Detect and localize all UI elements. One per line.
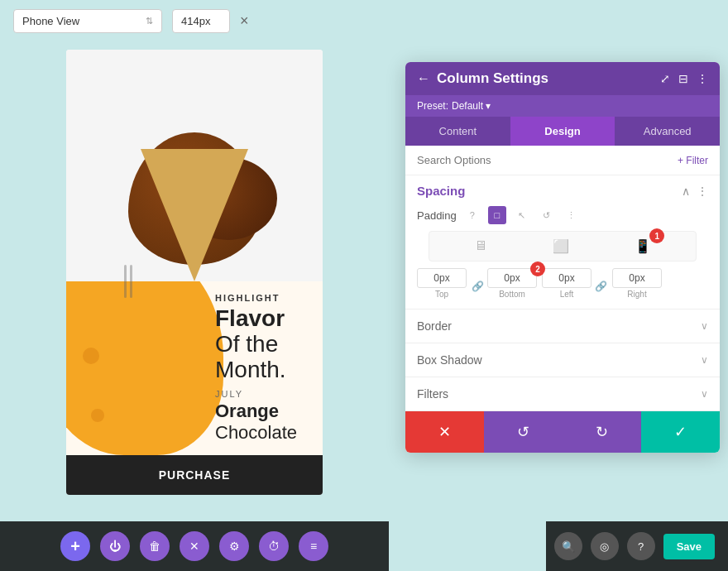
border-section[interactable]: Border ∨ bbox=[405, 309, 720, 343]
right-icons: 🔍 ◎ ? Save bbox=[546, 521, 728, 571]
add-button[interactable]: + bbox=[60, 531, 90, 561]
month-label: JULY bbox=[215, 389, 311, 399]
back-button[interactable]: ← bbox=[417, 71, 430, 86]
expand-icon[interactable]: ⤢ bbox=[660, 72, 670, 85]
layers-icon-btn[interactable]: ◎ bbox=[591, 532, 619, 560]
search-input[interactable] bbox=[417, 154, 671, 166]
close-button[interactable]: ✕ bbox=[180, 531, 209, 561]
device-row: 🖥 ⬜ 📱 1 bbox=[429, 231, 697, 262]
columns-icon[interactable]: ⊟ bbox=[678, 72, 688, 85]
padding-more-button[interactable]: ⋮ bbox=[563, 206, 581, 224]
panel-tabs: Content Design Advanced bbox=[405, 117, 720, 146]
flavor-heading: Flavor Of the Month. bbox=[215, 306, 311, 382]
bottom-input-group: Bottom 2 bbox=[487, 268, 537, 299]
more-options-button[interactable]: ⋮ bbox=[697, 185, 708, 198]
link-icon-2: 🔗 bbox=[595, 281, 607, 292]
undo-button[interactable]: ↺ bbox=[484, 411, 563, 453]
preset-value: Default bbox=[452, 100, 483, 112]
filters-title: Filters bbox=[417, 387, 701, 401]
preset-bar: Preset: Default ▾ bbox=[405, 95, 720, 117]
phone-view-select[interactable]: Phone View ⇅ bbox=[13, 9, 162, 33]
padding-row: Padding ? □ ↖ ↺ ⋮ bbox=[405, 203, 720, 231]
cancel-button[interactable]: ✕ bbox=[405, 411, 484, 453]
link-icon-1: 🔗 bbox=[472, 281, 484, 292]
preview-area: HIGHLIGHT Flavor Of the Month. JULY Oran… bbox=[0, 41, 389, 521]
power-button[interactable]: ⏻ bbox=[100, 531, 130, 561]
preset-label: Preset: bbox=[417, 100, 448, 112]
tab-content[interactable]: Content bbox=[405, 117, 510, 146]
close-top-button[interactable]: × bbox=[240, 12, 249, 30]
border-chevron-icon: ∨ bbox=[701, 320, 708, 332]
badge-2: 2 bbox=[530, 262, 545, 276]
cone-shape bbox=[141, 149, 248, 281]
padding-label: Padding bbox=[417, 209, 457, 222]
settings-panel: ← Column Settings ⤢ ⊟ ⋮ Preset: Default … bbox=[405, 62, 720, 453]
top-input[interactable] bbox=[417, 268, 467, 288]
redo-button[interactable]: ↻ bbox=[563, 411, 641, 453]
trash-button[interactable]: 🗑 bbox=[140, 531, 170, 561]
px-input[interactable] bbox=[172, 9, 230, 33]
phone-preview: HIGHLIGHT Flavor Of the Month. JULY Oran… bbox=[66, 50, 323, 495]
left-input-group: Left bbox=[542, 268, 592, 299]
preset-dropdown[interactable]: Default ▾ bbox=[452, 100, 491, 112]
device-row-container: 🖥 ⬜ 📱 1 bbox=[417, 231, 708, 262]
save-panel-button[interactable]: ✓ bbox=[641, 411, 720, 453]
padding-pointer-button[interactable]: ↖ bbox=[513, 206, 531, 224]
border-title: Border bbox=[417, 319, 701, 333]
tablet-icon[interactable]: ⬜ bbox=[546, 235, 576, 257]
tab-design[interactable]: Design bbox=[510, 117, 615, 146]
purchase-button[interactable]: PURCHASE bbox=[66, 455, 323, 495]
top-label: Top bbox=[435, 290, 448, 299]
help-icon-btn[interactable]: ? bbox=[627, 532, 655, 560]
more-icon[interactable]: ⋮ bbox=[697, 72, 708, 85]
right-input[interactable] bbox=[612, 268, 662, 288]
orange-choc: Orange Chocolate bbox=[215, 401, 311, 444]
panel-title: Column Settings bbox=[437, 70, 654, 87]
panel-header-icons: ⤢ ⊟ ⋮ bbox=[660, 72, 708, 85]
inputs-row: Top 🔗 Bottom 2 Left 🔗 Right bbox=[405, 268, 720, 309]
phone-view-label: Phone View bbox=[22, 15, 79, 27]
text-content: HIGHLIGHT Flavor Of the Month. JULY Oran… bbox=[66, 281, 323, 455]
filters-section[interactable]: Filters ∨ bbox=[405, 377, 720, 410]
right-input-group: Right bbox=[612, 268, 662, 299]
clock-button[interactable]: ⏱ bbox=[259, 531, 289, 561]
badge-1: 1 bbox=[649, 228, 664, 243]
flavor-rest: Of the Month. bbox=[215, 331, 286, 382]
box-shadow-chevron-icon: ∨ bbox=[701, 354, 708, 366]
mobile-icon[interactable]: 📱 1 bbox=[628, 235, 658, 257]
action-buttons: ✕ ↺ ↻ ✓ bbox=[405, 410, 720, 453]
padding-help-button[interactable]: ? bbox=[463, 206, 481, 224]
save-button[interactable]: Save bbox=[663, 534, 715, 559]
chevron-up-down-icon: ⇅ bbox=[146, 16, 153, 26]
filters-chevron-icon: ∨ bbox=[701, 388, 708, 400]
left-input[interactable] bbox=[542, 268, 592, 288]
search-bar: + Filter bbox=[405, 146, 720, 175]
spacing-section-header: Spacing ∧ ⋮ bbox=[405, 175, 720, 203]
sliders-button[interactable]: ≡ bbox=[299, 531, 328, 561]
bottom-toolbar: + ⏻ 🗑 ✕ ⚙ ⏱ ≡ bbox=[0, 521, 389, 571]
box-shadow-section[interactable]: Box Shadow ∨ bbox=[405, 343, 720, 377]
top-bar: Phone View ⇅ × bbox=[0, 0, 728, 41]
highlight-label: HIGHLIGHT bbox=[215, 293, 311, 303]
top-input-group: Top bbox=[417, 268, 467, 299]
tab-advanced[interactable]: Advanced bbox=[615, 117, 720, 146]
bottom-input[interactable] bbox=[487, 268, 537, 288]
bottom-label: Bottom bbox=[499, 290, 525, 299]
ice-cream-image bbox=[66, 50, 323, 281]
orange-bold: Orange bbox=[215, 401, 279, 421]
left-label: Left bbox=[560, 290, 574, 299]
content-section: HIGHLIGHT Flavor Of the Month. JULY Oran… bbox=[66, 281, 323, 455]
left-linked-group: Left 🔗 bbox=[542, 268, 607, 299]
collapse-button[interactable]: ∧ bbox=[682, 185, 690, 198]
search-icon-btn[interactable]: 🔍 bbox=[554, 532, 582, 560]
settings-button[interactable]: ⚙ bbox=[219, 531, 249, 561]
padding-link-button[interactable]: □ bbox=[488, 206, 506, 224]
bottom-linked-group: 🔗 Bottom 2 bbox=[472, 268, 537, 299]
filter-button[interactable]: + Filter bbox=[678, 155, 708, 166]
flavor-bold: Flavor bbox=[215, 305, 285, 331]
choc-text: Chocolate bbox=[215, 422, 297, 443]
desktop-icon[interactable]: 🖥 bbox=[467, 235, 494, 257]
padding-reset-button[interactable]: ↺ bbox=[538, 206, 556, 224]
spacing-title: Spacing bbox=[417, 184, 682, 198]
panel-header: ← Column Settings ⤢ ⊟ ⋮ bbox=[405, 62, 720, 95]
